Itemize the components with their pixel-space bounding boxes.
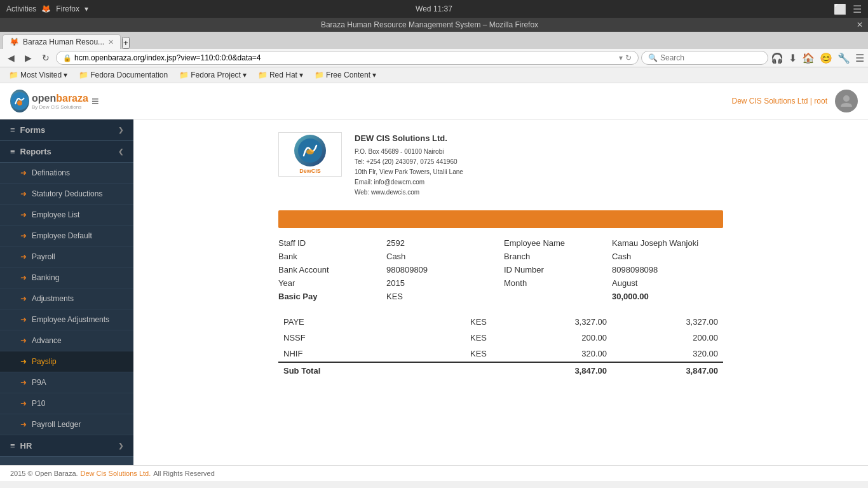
bookmark-folder-icon: 📁	[179, 71, 189, 79]
address-bar[interactable]: 🔒 ▾ ↻	[56, 51, 639, 65]
basic-pay-currency: KES	[386, 292, 498, 301]
deduction-amount: 320.00	[501, 346, 612, 362]
sidebar-item-banking[interactable]: ➜ Banking	[0, 268, 133, 288]
footer-link[interactable]: Dew Cis Solutions Ltd.	[81, 470, 151, 477]
window-close-btn[interactable]: ✕	[857, 20, 863, 29]
sidebar-advance-label: Advance	[32, 336, 62, 345]
company-logo-box: DewCIS	[278, 132, 342, 177]
bookmark-folder-icon: 📁	[258, 71, 268, 79]
app-footer: 2015 © Open Baraza. Dew Cis Solutions Lt…	[0, 465, 868, 481]
hamburger-menu[interactable]: ☰	[855, 52, 864, 64]
sidebar-item-p10[interactable]: ➜ P10	[0, 393, 133, 414]
sidebar-item-employee-adjustments[interactable]: ➜ Employee Adjustments	[0, 309, 133, 330]
arrow-icon: ➜	[20, 189, 27, 198]
user-info-text[interactable]: Dew CIS Solutions Ltd | root	[731, 97, 827, 105]
sidebar-item-statutory-deductions[interactable]: ➜ Statutory Deductions	[0, 184, 133, 205]
sidebar-item-advance[interactable]: ➜ Advance	[0, 330, 133, 351]
subtotal-row: Sub Total 3,847.00 3,847.00	[278, 362, 723, 379]
url-input[interactable]	[74, 53, 616, 62]
logo-image: openbaraza By Dew CIS Solutions	[10, 88, 86, 114]
firefox-arrow[interactable]: ▾	[85, 4, 88, 13]
deduction-amount: 3,327.00	[501, 314, 612, 330]
sidebar-toggle-button[interactable]: ≡	[92, 94, 99, 109]
bookmarks-bar: 📁 Most Visited ▾ 📁 Fedora Documentation …	[0, 67, 868, 83]
back-button[interactable]: ◀	[4, 51, 18, 65]
chevron-down-icon: ❮	[118, 148, 123, 155]
search-input[interactable]	[660, 53, 761, 62]
bookmark-label: Fedora Documentation	[90, 71, 168, 79]
branch-value: Cash	[612, 252, 723, 261]
arrow-icon: ➜	[20, 231, 27, 240]
forward-button[interactable]: ▶	[21, 51, 36, 65]
sidebar-item-payslip[interactable]: ➜ Payslip	[0, 351, 133, 372]
pocket-icon[interactable]: 🎧	[771, 52, 783, 64]
avatar[interactable]	[835, 90, 858, 112]
bank-account-label: Bank Account	[278, 265, 380, 274]
deduction-currency: KES	[456, 330, 501, 346]
sidebar-item-payroll[interactable]: ➜ Payroll	[0, 247, 133, 268]
svg-point-4	[306, 149, 314, 154]
reload-button[interactable]: ↻	[38, 51, 53, 65]
nav-icons: 🎧 ⬇ 🏠 😊 🔧 ☰	[771, 52, 864, 64]
extensions-icon[interactable]: 🔧	[837, 52, 850, 64]
sidebar-item-hr[interactable]: ≡ HR ❯	[0, 435, 133, 457]
svg-point-1	[17, 100, 22, 105]
month-value: August	[612, 278, 723, 288]
bookmark-label: Red Hat	[269, 71, 297, 79]
lock-icon: 🔒	[63, 54, 72, 62]
app-header: openbaraza By Dew CIS Solutions ≡ Dew CI…	[0, 83, 868, 119]
payslip-container: DewCIS DEW CIS Solutions Ltd. P.O. Box 4…	[278, 132, 723, 379]
chevron-right-icon: ❯	[118, 126, 123, 133]
deduction-total: 200.00	[612, 330, 723, 346]
sidebar-item-employee-list[interactable]: ➜ Employee List	[0, 205, 133, 226]
employee-name-value: Kamau Joseph Wanjoki	[612, 238, 723, 248]
sidebar-item-payroll-ledger[interactable]: ➜ Payroll Ledger	[0, 414, 133, 435]
deduction-row: NHIF KES 320.00 320.00	[278, 346, 723, 362]
company-header: DewCIS DEW CIS Solutions Ltd. P.O. Box 4…	[278, 132, 723, 198]
refresh-icon[interactable]: ↻	[625, 53, 632, 62]
bookmark-red-hat[interactable]: 📁 Red Hat ▾	[254, 69, 307, 81]
chevron-down-icon: ▾	[243, 71, 247, 79]
company-address-5: Web: www.dewcis.com	[355, 187, 463, 198]
sidebar-item-reports[interactable]: ≡ Reports ❮	[0, 141, 133, 163]
menu-icon[interactable]: ☰	[853, 3, 862, 15]
download-icon[interactable]: ⬇	[789, 52, 797, 64]
logo-baraza-text: baraza	[56, 93, 88, 104]
sidebar-item-forms-label: Forms	[20, 125, 46, 135]
company-name: DEW CIS Solutions Ltd.	[355, 132, 463, 146]
deduction-total: 320.00	[612, 346, 723, 362]
bookmark-most-visited[interactable]: 📁 Most Visited ▾	[5, 69, 71, 81]
staff-id-value: 2592	[386, 238, 498, 248]
activities-label[interactable]: Activities	[6, 4, 36, 13]
tab-close-button[interactable]: ✕	[108, 38, 114, 46]
logo-open-text: open	[32, 93, 56, 104]
reports-icon: ≡	[10, 147, 15, 156]
firefox-label[interactable]: Firefox	[56, 4, 79, 13]
sidebar-item-p9a[interactable]: ➜ P9A	[0, 372, 133, 393]
dewcis-logo: DewCIS	[294, 135, 326, 174]
sidebar-employee-list-label: Employee List	[32, 210, 79, 219]
bookmark-fedora-project[interactable]: 📁 Fedora Project ▾	[175, 69, 250, 81]
bookmark-fedora-docs[interactable]: 📁 Fedora Documentation	[75, 69, 172, 81]
main-content: DewCIS DEW CIS Solutions Ltd. P.O. Box 4…	[133, 119, 868, 465]
sidebar-item-adjustments[interactable]: ➜ Adjustments	[0, 288, 133, 309]
deduction-label: PAYE	[278, 314, 456, 330]
sidebar-item-employee-default[interactable]: ➜ Employee Default	[0, 226, 133, 247]
social-icon[interactable]: 😊	[820, 52, 832, 64]
dropdown-arrow[interactable]: ▾	[619, 53, 623, 62]
sidebar-item-forms[interactable]: ≡ Forms ❯	[0, 119, 133, 141]
logo-sub-text: By Dew CIS Solutions	[32, 104, 88, 110]
bookmark-label: Most Visited	[20, 71, 62, 79]
deduction-total: 3,327.00	[612, 314, 723, 330]
app-logo: openbaraza By Dew CIS Solutions ≡	[10, 88, 99, 114]
payslip-fields: Staff ID 2592 Employee Name Kamau Joseph…	[278, 238, 723, 301]
home-icon[interactable]: 🏠	[802, 52, 815, 64]
new-tab-button[interactable]: +	[122, 37, 130, 49]
sidebar-item-definations[interactable]: ➜ Definations	[0, 163, 133, 184]
restore-icon[interactable]: ⬜	[834, 3, 846, 15]
browser-tab[interactable]: 🦊 Baraza Human Resou... ✕	[3, 34, 121, 49]
arrow-icon: ➜	[20, 357, 27, 366]
search-bar[interactable]: 🔍	[641, 51, 768, 65]
bookmark-free-content[interactable]: 📁 Free Content ▾	[311, 69, 380, 81]
footer-copyright: 2015 © Open Baraza.	[10, 470, 78, 477]
